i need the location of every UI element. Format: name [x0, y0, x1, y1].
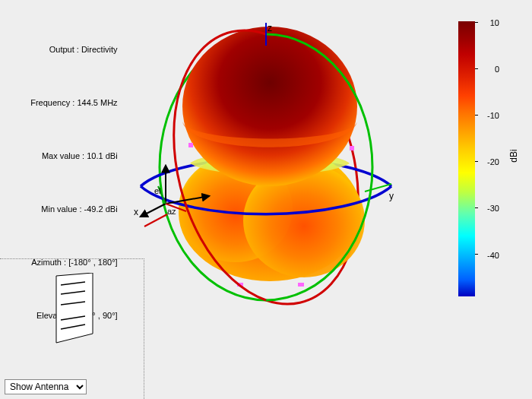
colorbar-tickmarks	[475, 21, 478, 296]
axis-label-y: y	[389, 191, 394, 201]
axis-label-el: el	[154, 186, 161, 195]
show-antenna-select[interactable]: Show Antenna	[5, 379, 87, 394]
svg-rect-5	[350, 146, 354, 150]
antenna-thumbnail-icon	[47, 273, 100, 349]
colorbar-tick-4: -30	[487, 204, 499, 213]
info-output-label: Output	[49, 45, 74, 54]
axis-label-x: x	[134, 207, 138, 217]
svg-point-3	[182, 27, 357, 186]
antenna-overview-panel: Show Antenna	[0, 258, 144, 399]
info-frequency-label: Frequency	[30, 98, 70, 107]
axis-label-az: az	[167, 207, 176, 216]
svg-rect-4	[188, 143, 193, 147]
colorbar-tick-5: -40	[487, 251, 499, 260]
svg-line-11	[141, 204, 166, 217]
svg-rect-7	[298, 283, 304, 287]
info-max-label: Max value	[42, 151, 80, 160]
colorbar-tick-1: 0	[495, 65, 499, 74]
colorbar	[458, 21, 475, 296]
svg-line-10	[144, 214, 167, 226]
info-min-label: Min value	[41, 204, 77, 214]
axis-label-z: z	[268, 23, 272, 33]
colorbar-label: dBi	[508, 149, 518, 162]
colorbar-tick-0: 10	[490, 18, 499, 27]
colorbar-tick-2: -10	[487, 111, 499, 120]
colorbar-tick-3: -20	[487, 157, 499, 166]
